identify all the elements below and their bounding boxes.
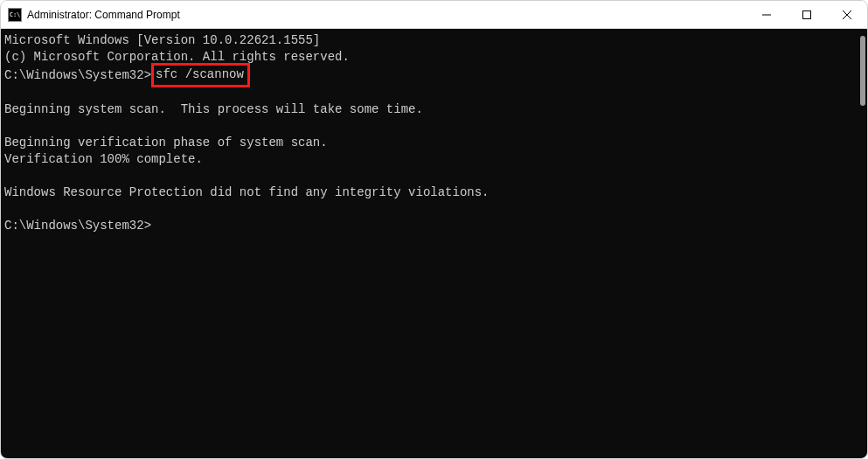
maximize-button[interactable] — [787, 1, 827, 28]
minimize-icon — [762, 10, 771, 19]
minimize-button[interactable] — [746, 1, 787, 28]
output-line: Microsoft Windows [Version 10.0.22621.15… — [4, 32, 867, 49]
command-prompt-window: C:\ Administrator: Command Prompt Micros… — [0, 0, 868, 459]
titlebar[interactable]: C:\ Administrator: Command Prompt — [1, 1, 867, 29]
output-line: Windows Resource Protection did not find… — [4, 184, 867, 201]
window-controls — [746, 1, 867, 28]
prompt-line: C:\Windows\System32>sfc /scannow — [4, 66, 867, 85]
svg-rect-1 — [803, 10, 811, 18]
maximize-icon — [802, 10, 811, 19]
highlighted-command: sfc /scannow — [151, 63, 250, 87]
blank-line — [4, 168, 867, 184]
scrollbar-thumb[interactable] — [860, 36, 865, 106]
output-line: Beginning verification phase of system s… — [4, 135, 867, 151]
output-line: (c) Microsoft Corporation. All rights re… — [4, 49, 867, 66]
blank-line — [4, 118, 867, 135]
console-area[interactable]: Microsoft Windows [Version 10.0.22621.15… — [1, 29, 867, 458]
cmd-icon: C:\ — [8, 8, 22, 22]
close-button[interactable] — [827, 1, 867, 28]
close-icon — [843, 10, 851, 19]
blank-line — [4, 85, 867, 101]
output-line: Beginning system scan. This process will… — [4, 101, 867, 118]
output-line: Verification 100% complete. — [4, 151, 867, 168]
window-title: Administrator: Command Prompt — [27, 9, 746, 21]
prompt-line: C:\Windows\System32> — [4, 218, 867, 234]
blank-line — [4, 201, 867, 218]
prompt-prefix: C:\Windows\System32> — [4, 67, 151, 84]
